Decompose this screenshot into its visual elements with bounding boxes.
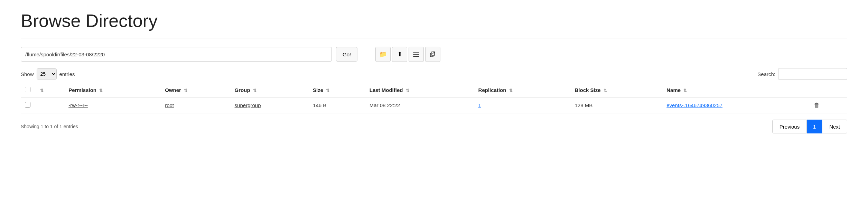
row-owner: root	[161, 97, 230, 113]
select-all-checkbox[interactable]	[25, 87, 30, 92]
row-replication: 1	[474, 97, 571, 113]
last-modified-sort-icon: ⇅	[406, 88, 409, 93]
replication-sort-icon: ⇅	[509, 88, 513, 93]
header-checkbox	[21, 83, 35, 97]
show-label: Show	[21, 71, 34, 77]
go-button[interactable]: Go!	[336, 47, 357, 62]
folder-icon-button[interactable]: 📁	[375, 47, 391, 62]
sort-icon: ⇅	[40, 88, 44, 93]
file-name-link[interactable]: events-.1646749360257	[666, 102, 722, 108]
header-group[interactable]: Group ⇅	[231, 83, 309, 97]
path-bar: Go! 📁 ⬆	[21, 47, 847, 62]
controls-bar: Show 10 25 50 100 entries Search:	[21, 68, 847, 80]
header-block-size[interactable]: Block Size ⇅	[571, 83, 663, 97]
delete-button[interactable]: 🗑	[812, 102, 821, 109]
replication-link[interactable]: 1	[478, 102, 481, 108]
svg-rect-0	[413, 52, 419, 53]
row-name: events-.1646749360257	[662, 97, 808, 113]
header-name[interactable]: Name ⇅	[662, 83, 808, 97]
row-block-size: 128 MB	[571, 97, 663, 113]
permission-sort-icon: ⇅	[99, 88, 103, 93]
header-permission[interactable]: Permission ⇅	[64, 83, 161, 97]
block-size-sort-icon: ⇅	[604, 88, 607, 93]
next-button[interactable]: Next	[822, 120, 847, 133]
file-table: ⇅ Permission ⇅ Owner ⇅ Group ⇅ Size ⇅ La…	[21, 83, 847, 113]
current-page[interactable]: 1	[807, 120, 822, 133]
header-replication[interactable]: Replication ⇅	[474, 83, 571, 97]
entries-select[interactable]: 10 25 50 100	[37, 68, 57, 80]
group-sort-icon: ⇅	[253, 88, 256, 93]
right-controls: Search:	[757, 68, 847, 80]
left-controls: Show 10 25 50 100 entries	[21, 68, 75, 80]
header-last-modified[interactable]: Last Modified ⇅	[365, 83, 474, 97]
header-owner[interactable]: Owner ⇅	[161, 83, 230, 97]
row-checkbox-cell	[21, 97, 35, 113]
svg-rect-2	[413, 56, 419, 57]
name-sort-icon: ⇅	[683, 88, 687, 93]
pagination-row: Showing 1 to 1 of 1 entries Previous 1 N…	[21, 120, 847, 133]
header-size[interactable]: Size ⇅	[309, 83, 365, 97]
owner-link[interactable]: root	[165, 102, 174, 108]
row-checkbox[interactable]	[25, 102, 30, 108]
previous-button[interactable]: Previous	[772, 120, 807, 133]
row-delete-cell: 🗑	[808, 97, 847, 113]
pagination-controls: Previous 1 Next	[772, 120, 847, 133]
copy-icon-button[interactable]	[425, 47, 440, 62]
group-link[interactable]: supergroup	[235, 102, 261, 108]
search-label: Search:	[757, 71, 775, 77]
search-input[interactable]	[778, 68, 847, 80]
row-sort-cell	[35, 97, 64, 113]
table-row: -rw-r--r-- root supergroup 146 B Mar 08 …	[21, 97, 847, 113]
entries-label: entries	[59, 71, 75, 77]
owner-sort-icon: ⇅	[184, 88, 187, 93]
svg-rect-1	[413, 54, 419, 55]
table-header-row: ⇅ Permission ⇅ Owner ⇅ Group ⇅ Size ⇅ La…	[21, 83, 847, 97]
row-permission: -rw-r--r--	[64, 97, 161, 113]
showing-text: Showing 1 to 1 of 1 entries	[21, 124, 78, 129]
icon-toolbar: 📁 ⬆	[375, 47, 440, 62]
row-size: 146 B	[309, 97, 365, 113]
page-title: Browse Directory	[21, 10, 847, 31]
size-sort-icon: ⇅	[326, 88, 329, 93]
upload-icon-button[interactable]: ⬆	[392, 47, 407, 62]
header-sort: ⇅	[35, 83, 64, 97]
row-last-modified: Mar 08 22:22	[365, 97, 474, 113]
path-input[interactable]	[21, 47, 332, 62]
header-actions	[808, 83, 847, 97]
row-group: supergroup	[231, 97, 309, 113]
list-icon-button[interactable]	[409, 47, 424, 62]
permission-link[interactable]: -rw-r--r--	[68, 102, 88, 108]
